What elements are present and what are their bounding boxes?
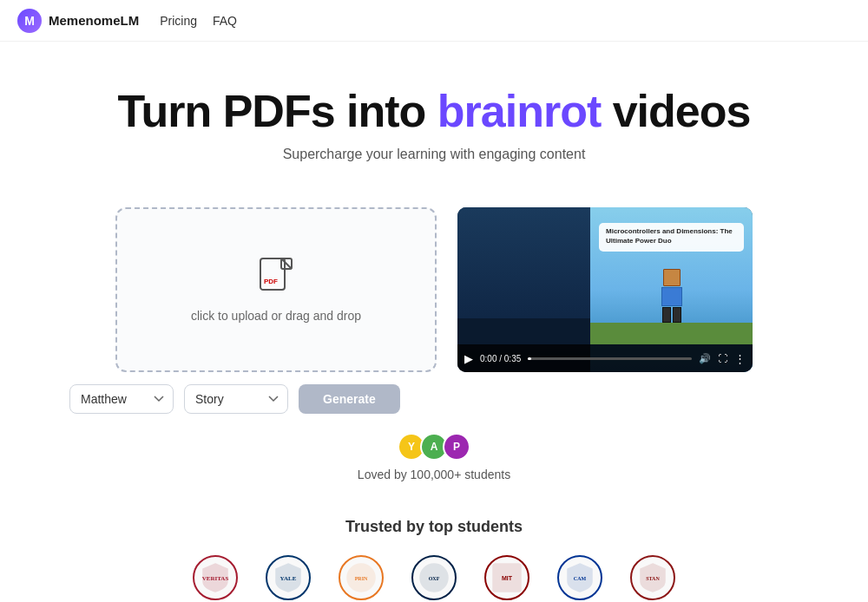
nav-pricing-link[interactable]: Pricing — [160, 14, 197, 28]
hero-title-suffix: videos — [601, 86, 750, 136]
uni-logo-cambridge: CAM — [557, 555, 602, 600]
video-fullscreen-button[interactable]: ⛶ — [718, 353, 727, 363]
svg-text:PDF: PDF — [264, 278, 278, 285]
controls-inner: Matthew Joanna Salli Justin Story Podcas… — [69, 384, 400, 414]
uni-logo-princeton: PRIN — [339, 555, 384, 600]
hero-title-accent: brainrot — [437, 86, 601, 136]
svg-text:CAM: CAM — [574, 576, 587, 581]
generate-button[interactable]: Generate — [299, 384, 400, 414]
uni-logo-oxford: OXF — [411, 555, 457, 600]
uni-logo-yale: YALE — [266, 555, 311, 600]
hero-title: Turn PDFs into brainrot videos — [17, 87, 851, 136]
video-player[interactable]: Microcontrollers and Dimensions: The Ult… — [457, 207, 753, 372]
voice-select[interactable]: Matthew Joanna Salli Justin — [69, 384, 174, 414]
trusted-title: Trusted by top students — [52, 518, 816, 536]
social-proof: Y A P Loved by 100,000+ students — [0, 433, 868, 481]
style-select[interactable]: Story Podcast Lecture — [184, 384, 288, 414]
video-volume-button[interactable]: 🔊 — [699, 353, 711, 364]
avatar-group: Y A P — [17, 433, 851, 461]
caption-title: Microcontrollers and Dimensions: The Ult… — [606, 227, 737, 245]
logo-text: MemenomeLM — [49, 13, 139, 28]
svg-text:OXF: OXF — [429, 576, 440, 581]
svg-text:PRIN: PRIN — [355, 576, 368, 581]
uni-logo-stanford: STAN — [630, 555, 675, 600]
video-play-button[interactable]: ▶ — [464, 352, 473, 365]
video-progress-bar[interactable] — [528, 357, 692, 360]
logo-icon: M — [17, 9, 42, 33]
avatar-3: P — [443, 433, 470, 461]
nav-faq-link[interactable]: FAQ — [213, 14, 237, 28]
svg-text:STAN: STAN — [646, 576, 660, 581]
navbar: M MemenomeLM Pricing FAQ — [0, 0, 868, 42]
svg-text:YALE: YALE — [280, 575, 297, 582]
controls-row: Matthew Joanna Salli Justin Story Podcas… — [0, 384, 868, 414]
uni-logo-mit: MIT — [484, 555, 529, 600]
video-caption: Microcontrollers and Dimensions: The Ult… — [599, 223, 744, 252]
hero-title-prefix: Turn PDFs into — [118, 86, 437, 136]
logo[interactable]: M MemenomeLM — [17, 9, 139, 33]
loved-by-text: Loved by 100,000+ students — [17, 468, 851, 481]
video-time: 0:00 / 0:35 — [480, 354, 521, 363]
video-controls: ▶ 0:00 / 0:35 🔊 ⛶ ⋮ — [457, 344, 753, 372]
upload-box[interactable]: PDF click to upload or drag and drop — [115, 207, 437, 372]
svg-text:VERITAS: VERITAS — [202, 575, 229, 582]
video-menu-button[interactable]: ⋮ — [734, 352, 746, 365]
trusted-section: Trusted by top students VERITAS YALE PRI… — [0, 518, 868, 602]
svg-text:MIT: MIT — [502, 576, 513, 582]
pdf-icon: PDF — [257, 257, 295, 300]
hero-subtitle: Supercharge your learning with engaging … — [17, 147, 851, 162]
nav-links: Pricing FAQ — [160, 14, 237, 28]
upload-text: click to upload or drag and drop — [191, 309, 361, 323]
uni-logo-harvard: VERITAS — [193, 555, 238, 600]
video-progress-fill — [528, 357, 531, 360]
main-content: PDF click to upload or drag and drop — [0, 207, 868, 372]
hero-section: Turn PDFs into brainrot videos Superchar… — [0, 42, 868, 183]
university-logos: VERITAS YALE PRIN OXF — [52, 555, 816, 600]
